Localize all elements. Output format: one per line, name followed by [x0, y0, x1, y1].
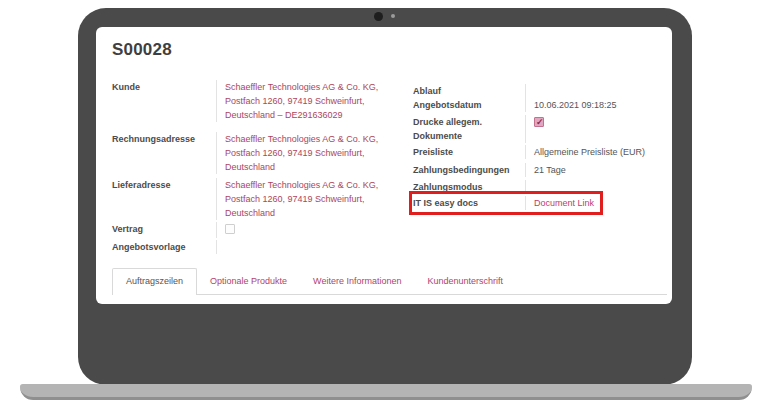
address-line: Deutschland [225, 160, 404, 174]
field-label-preisliste: Preisliste [413, 145, 525, 159]
laptop-base [20, 384, 752, 400]
notebook-tab-bar: Auftragszeilen Optionale Produkte Weiter… [112, 268, 667, 295]
field-value-kunde[interactable]: Schaeffler Technologies AG & Co. KG, Pos… [216, 80, 404, 122]
field-value-angebotsvorlage[interactable] [216, 240, 404, 254]
laptop-screen-bezel: S00028 Kunde Schaeffler Technologies AG … [78, 8, 692, 385]
field-label-angebotsdatum: Angebotsdatum [413, 98, 525, 112]
field-label-ablauf: Ablauf [413, 84, 525, 98]
field-label-rechnungsadresse: Rechnungsadresse [112, 132, 216, 174]
label-line: Dokumente [413, 129, 521, 143]
tab-optionale-produkte[interactable]: Optionale Produkte [197, 269, 300, 294]
address-line: Deutschland [225, 206, 404, 220]
webcam-led-icon [391, 14, 395, 18]
field-value-rechnungsadresse[interactable]: Schaeffler Technologies AG & Co. KG, Pos… [216, 132, 404, 174]
address-line: Schaeffler Technologies AG & Co. KG, [225, 178, 404, 192]
field-value-ablauf[interactable] [525, 84, 663, 98]
webcam-icon [374, 12, 383, 21]
address-line: Postfach 1260, 97419 Schweinfurt, [225, 94, 404, 108]
document-link[interactable]: Document Link [534, 198, 594, 208]
field-label-it-is-easy-docs: IT IS easy docs [413, 196, 525, 210]
page-title: S00028 [112, 40, 172, 60]
tab-kundenunterschrift[interactable]: Kundenunterschrift [415, 269, 517, 294]
address-line: Schaeffler Technologies AG & Co. KG, [225, 132, 404, 146]
drucke-dokumente-checkbox[interactable] [534, 117, 544, 127]
address-line: Schaeffler Technologies AG & Co. KG, [225, 80, 404, 94]
field-label-zahlungsmodus: Zahlungsmodus [413, 180, 525, 194]
field-value-it-is-easy-docs: Document Link [525, 196, 663, 210]
label-line: Drucke allegem. [413, 115, 521, 129]
field-value-zahlungsmodus[interactable] [525, 180, 663, 194]
vertrag-checkbox[interactable] [225, 224, 235, 234]
field-value-vertrag [216, 222, 404, 238]
field-label-kunde: Kunde [112, 80, 216, 122]
address-line: Deutschland – DE291636029 [225, 108, 404, 122]
field-label-angebotsvorlage: Angebotsvorlage [112, 240, 216, 254]
field-value-preisliste[interactable]: Allgemeine Preisliste (EUR) [525, 145, 663, 159]
app-screen: S00028 Kunde Schaeffler Technologies AG … [96, 27, 672, 304]
tab-weitere-informationen[interactable]: Weitere Informationen [300, 269, 414, 294]
form-group-right: Ablauf Angebotsdatum 10.06.2021 09:18:25… [413, 84, 663, 210]
label-text: IT IS easy docs [413, 198, 478, 208]
field-label-lieferadresse: Lieferadresse [112, 178, 216, 220]
field-value-lieferadresse[interactable]: Schaeffler Technologies AG & Co. KG, Pos… [216, 178, 404, 220]
address-line: Postfach 1260, 97419 Schweinfurt, [225, 146, 404, 160]
field-label-drucke-dokumente: Drucke allegem. Dokumente [413, 115, 525, 143]
field-value-zahlungsbedingungen[interactable]: 21 Tage [525, 163, 663, 177]
field-value-angebotsdatum[interactable]: 10.06.2021 09:18:25 [525, 98, 663, 112]
form-group-left: Kunde Schaeffler Technologies AG & Co. K… [112, 80, 404, 254]
laptop-mockup: S00028 Kunde Schaeffler Technologies AG … [0, 0, 770, 402]
tab-auftragszeilen[interactable]: Auftragszeilen [112, 268, 197, 295]
address-line: Postfach 1260, 97419 Schweinfurt, [225, 192, 404, 206]
field-value-drucke-dokumente [525, 115, 663, 143]
field-label-vertrag: Vertrag [112, 222, 216, 238]
field-label-zahlungsbedingungen: Zahlungsbedingungen [413, 163, 525, 177]
